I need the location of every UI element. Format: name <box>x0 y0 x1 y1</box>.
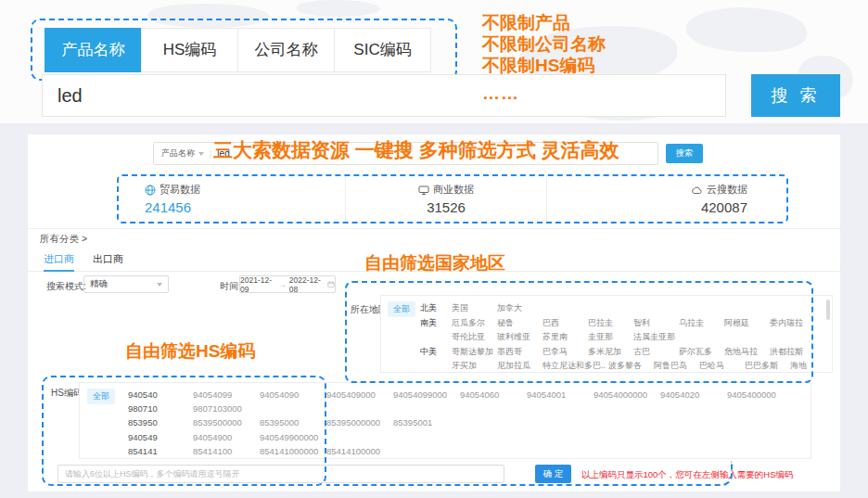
hs-code-option[interactable]: 85414100 <box>193 444 260 458</box>
main-panel: 产品名称 | led 搜索 三大索数据资源 一键搜 多种筛选方式 灵活高效 贸易… <box>28 134 840 492</box>
region-country-option[interactable]: 苏里南 <box>542 330 588 345</box>
hs-filter-annotation: 自由筛选HS编码 <box>125 339 255 364</box>
region-country-option[interactable]: 秘鲁 <box>497 316 542 331</box>
hs-code-option[interactable]: 94054900 <box>193 430 260 444</box>
hero-search-button[interactable]: 搜 索 <box>751 74 840 117</box>
hs-code-head[interactable]: 940549 <box>128 430 193 444</box>
tab-product-name[interactable]: 产品名称 <box>45 28 142 72</box>
region-filter-annotation: 自由筛选国家地区 <box>364 251 505 275</box>
region-country-option[interactable]: 厄瓜多尔 <box>452 316 497 331</box>
search-mode-label: 搜索模式: <box>46 280 86 293</box>
hs-code-option[interactable]: 94054000000 <box>594 388 660 402</box>
hs-code-option[interactable]: 9405409000 <box>326 388 393 402</box>
region-country-option[interactable]: 萨尔瓦多 <box>679 345 724 360</box>
divider <box>28 228 840 229</box>
region-country-option[interactable]: 巴哈马 <box>699 359 745 374</box>
hs-code-option[interactable]: 9405400000 <box>727 388 794 402</box>
hs-code-head[interactable]: 980710 <box>128 402 193 415</box>
hs-code-option[interactable]: 85395000000 <box>326 415 393 429</box>
region-country-option[interactable]: 委内瑞拉 <box>770 316 815 331</box>
region-country-option[interactable]: 智利 <box>633 316 679 331</box>
region-list-box: 全部 北美 美国 加拿大 <box>380 295 833 373</box>
region-country-option[interactable]: 墨西哥 <box>497 345 542 360</box>
region-country-option[interactable]: 美国 <box>452 301 497 316</box>
region-items: 哥斯达黎加 墨西哥 巴拿马 多米尼加 古巴 萨尔瓦多 <box>452 345 815 360</box>
stat-cloud-data: 云搜数据 420087 <box>547 176 786 222</box>
region-country-option[interactable]: 阿根廷 <box>724 316 770 331</box>
hs-code-option[interactable]: 85414100000 <box>326 444 393 458</box>
region-country-option[interactable]: 古巴 <box>633 345 679 360</box>
hs-code-head[interactable]: 940540 <box>128 388 193 402</box>
world-map-decoration <box>297 0 380 17</box>
region-all-chip[interactable]: 全部 <box>388 301 415 317</box>
date-range-arrow: → <box>278 280 287 289</box>
hs-code-option[interactable]: 94054099 <box>193 388 260 402</box>
region-row: 中美 哥斯达黎加 墨西哥 巴拿马 多米尼加 <box>420 345 824 360</box>
stats-dashed-highlight: 贸易数据 241456 商业数据 31526 云搜数据 420087 <box>117 174 788 223</box>
hs-code-option[interactable]: 94054099000 <box>393 388 460 402</box>
region-country-option[interactable]: 哥伦比亚 <box>452 330 497 345</box>
hs-code-input[interactable] <box>57 465 504 483</box>
region-row: 牙买加 尼加拉瓜 特立尼达和多巴.. 波多黎各 阿鲁巴岛 巴哈马 <box>420 359 824 374</box>
hs-code-row: 854141 85414100 854141000000 85414100000 <box>128 444 803 458</box>
hs-code-option[interactable]: 854141000000 <box>260 444 326 458</box>
region-country-option[interactable]: 巴西 <box>542 316 588 331</box>
breadcrumb-all-categories[interactable]: 所有分类 > <box>40 233 87 246</box>
hs-code-items: 8539500000 85395000 85395000000 85395001 <box>193 415 460 429</box>
date-range-picker[interactable]: 2021-12-09 → 2022-12-08 <box>239 275 336 293</box>
cloud-icon <box>691 185 703 196</box>
region-country-option[interactable]: 特立尼达和多巴.. <box>542 359 608 374</box>
tab-importer[interactable]: 进口商 <box>44 248 74 272</box>
hs-code-option[interactable]: 94054090 <box>260 388 326 402</box>
page: 产品名称 HS编码 公司名称 SIC编码 搜 索 不限制产品 不限制公司名称 不… <box>0 0 868 498</box>
region-country-option[interactable]: 阿鲁巴岛 <box>654 359 699 374</box>
hs-code-option[interactable]: 94054020 <box>660 388 727 402</box>
hs-code-option[interactable]: 85395001 <box>393 415 460 429</box>
region-group-label: 中美 <box>420 345 452 360</box>
hs-code-head[interactable]: 854141 <box>128 444 193 458</box>
search-mode-select[interactable]: 精确 <box>83 275 169 293</box>
world-map-decoration <box>686 7 807 52</box>
monitor-icon <box>418 185 429 196</box>
region-country-option[interactable]: 哥斯达黎加 <box>452 345 497 360</box>
confirm-button[interactable]: 确 定 <box>535 465 571 483</box>
hs-code-option[interactable]: 85395000 <box>260 415 326 429</box>
tab-exporter[interactable]: 出口商 <box>93 248 123 272</box>
region-country-option[interactable]: 巴拉圭 <box>588 316 633 331</box>
region-country-option[interactable]: 洪都拉斯 <box>770 345 815 360</box>
stat-label: 贸易数据 <box>160 183 200 197</box>
region-country-option[interactable]: 法属圭亚那 <box>633 330 679 345</box>
region-row: 哥伦比亚 玻利维亚 苏里南 圭亚那 法属圭亚那 <box>420 330 824 345</box>
mini-search-button[interactable]: 搜索 <box>666 144 703 163</box>
divider: | <box>210 149 211 159</box>
tab-hs-code[interactable]: HS编码 <box>141 28 238 72</box>
region-country-option[interactable]: 牙买加 <box>452 359 497 374</box>
region-items: 哥伦比亚 玻利维亚 苏里南 圭亚那 法属圭亚那 <box>452 330 679 345</box>
tab-company-name[interactable]: 公司名称 <box>237 28 335 72</box>
hs-code-option[interactable]: 94054001 <box>527 388 594 402</box>
scrollbar-thumb[interactable] <box>826 300 830 320</box>
region-country-option[interactable]: 加拿大 <box>497 301 542 316</box>
region-country-option[interactable]: 圭亚那 <box>588 330 633 345</box>
region-country-option[interactable]: 玻利维亚 <box>497 330 542 345</box>
date-end: 2022-12-08 <box>289 275 325 294</box>
hero-search-input[interactable] <box>42 74 726 117</box>
region-country-option[interactable]: 巴拿马 <box>542 345 588 360</box>
region-country-option[interactable]: 尼加拉瓜 <box>497 359 542 374</box>
mini-search-category[interactable]: 产品名称 <box>161 147 195 160</box>
hs-code-option[interactable]: 94054060 <box>460 388 527 402</box>
hs-code-option[interactable]: 9807103000 <box>193 402 260 415</box>
hs-code-head[interactable]: 853950 <box>128 415 193 429</box>
region-country-option[interactable]: 乌拉圭 <box>679 316 724 331</box>
hero-annotations: 不限制产品 不限制公司名称 不限制HS编码 …… <box>482 12 606 104</box>
region-country-option[interactable]: 海地 <box>790 359 836 374</box>
region-country-option[interactable]: 多米尼加 <box>588 345 633 360</box>
calendar-icon <box>327 280 335 288</box>
hs-code-option[interactable]: 8539500000 <box>193 415 260 429</box>
hs-code-option[interactable]: 940549900000 <box>260 430 326 444</box>
hs-all-chip[interactable]: 全部 <box>87 389 115 404</box>
tab-sic-code[interactable]: SIC编码 <box>334 28 431 72</box>
region-country-option[interactable]: 巴巴多斯 <box>745 359 790 374</box>
region-country-option[interactable]: 波多黎各 <box>608 359 654 374</box>
region-country-option[interactable]: 危地马拉 <box>724 345 770 360</box>
